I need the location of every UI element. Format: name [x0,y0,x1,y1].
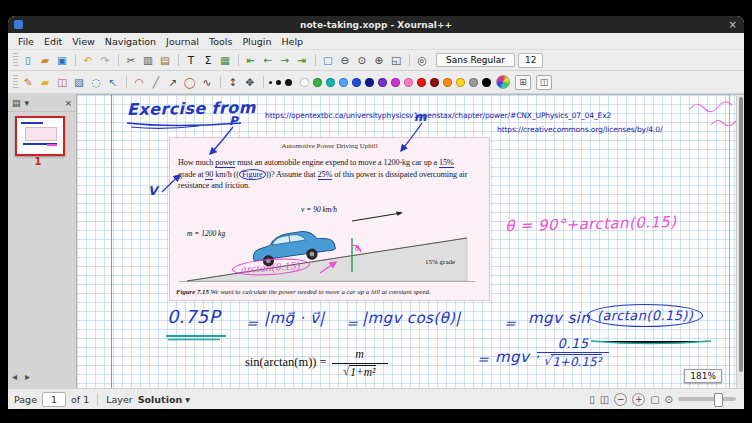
color-swatch[interactable] [352,78,361,87]
ellipse-tool-icon[interactable]: ◯ [182,75,198,90]
fraction-bar [537,352,609,353]
spline-tool-icon[interactable]: ∿ [199,75,215,90]
equation-term-sin: mgv sin [528,309,590,327]
menu-item[interactable]: Tools [204,35,237,48]
fill-shape-icon[interactable]: ◫ [536,75,552,90]
color-swatch[interactable] [443,78,452,87]
zoom-out-icon[interactable]: ⊖ [337,53,353,68]
select-lasso-icon[interactable]: ◌ [88,75,104,90]
zoom-slider[interactable] [678,397,736,401]
ruler-icon[interactable]: ╱ [148,75,164,90]
redo-icon[interactable]: ↷ [97,53,113,68]
thickness-option[interactable] [269,81,272,84]
page-count-label: of 1 [71,394,89,405]
search-icon[interactable]: ◎ [414,53,430,68]
menu-item[interactable]: Plugin [237,35,276,48]
highlighter-tool-icon[interactable]: ▰ [37,75,53,90]
page-canvas[interactable]: Exercise from https://opentextbc.ca/univ… [77,94,744,388]
cut-icon[interactable]: ✂ [123,53,139,68]
eraser-tool-icon[interactable]: ◫ [54,75,70,90]
figure-link[interactable]: Figure [239,169,266,180]
color-swatch[interactable] [417,78,426,87]
menu-item[interactable]: File [13,35,39,48]
thickness-option[interactable] [285,79,292,86]
color-swatch[interactable] [313,78,322,87]
last-page-icon[interactable]: ⇥ [294,53,310,68]
scrollbar-thumb[interactable] [739,97,743,372]
tex-tool-icon[interactable]: Σ [200,53,216,68]
color-swatch[interactable] [378,78,387,87]
toolbar-grip[interactable] [13,75,18,89]
prev-thumb-icon[interactable]: ◂ [12,371,17,382]
font-size-input[interactable]: 12 [518,53,543,68]
color-swatch[interactable] [430,78,439,87]
menu-item[interactable]: Journal [161,35,204,48]
font-button[interactable]: Sans Regular [436,53,515,67]
annotation-m: m [414,110,427,124]
image-tool-icon[interactable]: ▦ [217,53,233,68]
color-swatch[interactable] [326,78,335,87]
zoom-100-button[interactable]: ⊙ [665,394,673,405]
vertical-space-icon[interactable]: ↕ [225,75,241,90]
paired-pages-icon[interactable]: ◫ [600,394,609,405]
zoom-in-icon[interactable]: ⊕ [371,53,387,68]
undo-icon[interactable]: ↶ [80,53,96,68]
select-object-icon[interactable]: ↖ [105,75,121,90]
new-file-icon[interactable]: ▯ [20,53,36,68]
layer-label: Layer [106,394,133,405]
menu-item[interactable]: Help [276,35,308,48]
page-thumbnail[interactable] [15,116,65,156]
zoom-fit-button[interactable]: ▢ [650,394,659,405]
color-swatch[interactable] [456,78,465,87]
color-picker-icon[interactable] [496,75,510,89]
statusbar-separator [97,393,98,406]
page-presentation-icon[interactable]: ▯ [589,394,595,405]
color-swatch[interactable] [339,78,348,87]
hand-tool-icon[interactable]: ✥ [242,75,258,90]
zoom-slider-thumb[interactable] [714,393,723,407]
chevron-down-icon[interactable]: ▾ [25,98,30,108]
shape-recognizer-icon[interactable]: ◠ [131,75,147,90]
page-number-input[interactable]: 1 [42,392,66,407]
pen-tool-icon[interactable]: ✎ [20,75,36,90]
menu-item[interactable]: Edit [39,35,67,48]
color-swatch[interactable] [365,78,374,87]
next-thumb-icon[interactable]: ▸ [25,371,30,382]
sidebar-close-icon[interactable]: × [64,98,72,108]
color-swatch[interactable] [482,78,491,87]
first-page-icon[interactable]: ⇤ [243,53,259,68]
equals-sign: = [477,351,489,367]
toolbar-grip[interactable] [13,53,18,67]
menu-item[interactable]: Navigation [100,35,161,48]
layer-dropdown[interactable]: Solution ▾ [138,394,190,405]
titlebar[interactable]: note-taking.xopp - Xournal++ × [8,16,744,33]
color-swatch[interactable] [469,78,478,87]
zoom-original-icon[interactable]: ⊙ [354,53,370,68]
fraction-denominator: 1+0.15² [551,354,602,369]
source-url[interactable]: https://opentextbc.ca/universityphysicsv… [265,111,611,120]
open-file-icon[interactable]: ▰ [37,53,53,68]
snap-grid-icon[interactable]: ⊞ [515,75,531,90]
color-swatch[interactable] [391,78,400,87]
select-rect-icon[interactable]: ▧ [71,75,87,90]
zoom-out-button[interactable]: − [614,393,627,406]
annotation-p: P [229,114,238,128]
color-swatch[interactable] [404,78,413,87]
preview-pane-icon[interactable]: ▤ [12,98,21,108]
zoom-in-button[interactable]: + [632,393,645,406]
thickness-option[interactable] [276,80,281,85]
save-file-icon[interactable]: ▣ [54,53,70,68]
arrow-tool-icon[interactable]: ↗ [165,75,181,90]
paste-icon[interactable]: ▤ [157,53,173,68]
next-page-icon[interactable]: → [277,53,293,68]
license-url[interactable]: https://creativecommons.org/licenses/by/… [497,125,662,134]
zoom-fit-icon[interactable]: ▢ [320,53,336,68]
prev-page-icon[interactable]: ← [260,53,276,68]
fullscreen-icon[interactable]: ◱ [388,53,404,68]
color-swatch[interactable] [300,78,309,87]
text-tool-icon[interactable]: T [183,53,199,68]
typed-fraction-bar [332,363,388,364]
menu-item[interactable]: View [67,35,100,48]
vertical-scrollbar[interactable] [736,95,744,388]
copy-icon[interactable]: ▥ [140,53,156,68]
